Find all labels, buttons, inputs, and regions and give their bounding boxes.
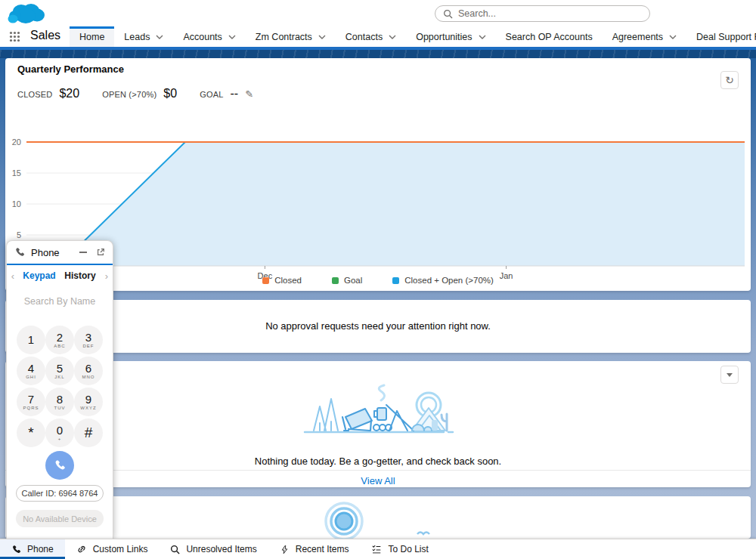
chart-legend: ClosedGoalClosed + Open (>70%)	[5, 276, 751, 285]
app-name: Sales	[30, 29, 60, 42]
legend-swatch	[262, 277, 269, 284]
tab-label: Deal Support Requests	[696, 32, 756, 42]
dock-item-recent-items[interactable]: Recent Items	[268, 539, 361, 559]
salesforce-logo-icon	[6, 2, 48, 26]
metric-closed: CLOSED $20	[17, 87, 79, 100]
tab-search-op-accounts[interactable]: Search OP Accounts	[496, 26, 603, 47]
dial-key-0[interactable]: 0+	[45, 418, 74, 447]
search-by-name-input[interactable]	[14, 296, 105, 307]
call-button[interactable]	[45, 451, 74, 480]
dock-item-unresolved-items[interactable]: Unresolved Items	[159, 539, 268, 559]
global-search-input[interactable]	[458, 8, 642, 19]
caller-id-value: Caller ID: 6964 8764	[22, 489, 98, 498]
tab-label: Zm Contracts	[256, 32, 312, 42]
tab-accounts[interactable]: Accounts	[173, 26, 245, 47]
chevron-down-icon	[727, 373, 733, 377]
radar-illustration	[308, 501, 437, 539]
edit-goal-icon[interactable]: ✎	[245, 88, 253, 100]
card-title: Quarterly Performance	[17, 63, 124, 75]
phone-panel-header: Phone	[7, 241, 113, 265]
dock-item-label: To Do List	[388, 544, 428, 554]
caller-id-select[interactable]: Caller ID: 6964 8764 ⌄	[16, 485, 104, 502]
legend-item: Goal	[332, 276, 362, 285]
tab-home[interactable]: Home	[70, 26, 114, 47]
divider	[5, 470, 751, 471]
tab-agreements[interactable]: Agreements	[603, 26, 686, 47]
tab-label: Contacts	[345, 32, 383, 42]
dock-item-phone[interactable]: Phone	[0, 539, 65, 559]
app-launcher-icon[interactable]	[9, 31, 20, 42]
top-bar	[0, 0, 756, 26]
dial-key-star[interactable]: *	[17, 418, 45, 447]
approvals-empty-message: No approval requests need your attention…	[5, 320, 751, 332]
dial-key-hash[interactable]: #	[74, 418, 103, 447]
popout-icon[interactable]	[96, 248, 105, 257]
svg-text:5: 5	[17, 230, 21, 239]
chevron-right-icon[interactable]: ›	[101, 270, 113, 282]
svg-text:20: 20	[12, 137, 21, 147]
device-select[interactable]: No Available Device ⌄	[16, 510, 104, 527]
link-icon	[76, 544, 87, 554]
tab-history[interactable]: History	[60, 270, 101, 281]
search-by-name-field[interactable]	[14, 294, 105, 307]
phone-panel-title: Phone	[31, 247, 79, 258]
device-status: No Available Device	[23, 514, 97, 523]
global-search[interactable]	[435, 5, 650, 22]
tab-label: Agreements	[612, 32, 663, 42]
closed-open-area	[59, 142, 745, 266]
camping-empty-state-illustration	[299, 378, 457, 442]
tab-contacts[interactable]: Contacts	[336, 26, 406, 47]
legend-label: Closed	[274, 276, 302, 285]
metric-open: OPEN (>70%) $0	[102, 87, 177, 100]
phone-panel-tabs: ‹ Keypad History ›	[7, 267, 113, 285]
chevron-left-icon[interactable]: ‹	[7, 270, 19, 282]
chevron-down-icon	[318, 35, 326, 39]
chevron-down-icon: ⌄	[89, 490, 95, 498]
dock-item-custom-links[interactable]: Custom Links	[65, 539, 160, 559]
legend-label: Goal	[344, 276, 362, 285]
performance-metrics: CLOSED $20 OPEN (>70%) $0 GOAL -- ✎	[17, 87, 253, 100]
nav-bar: Sales HomeLeadsAccountsZm ContractsConta…	[0, 26, 756, 47]
checklist-icon	[371, 544, 382, 554]
search-icon	[443, 9, 453, 19]
card-actions-button[interactable]	[720, 366, 739, 384]
chevron-down-icon	[156, 35, 163, 39]
dial-key-5[interactable]: 5JKL	[45, 357, 74, 385]
dial-key-3[interactable]: 3DEF	[74, 326, 103, 354]
view-all-link[interactable]: View All	[5, 475, 751, 486]
dial-key-9[interactable]: 9WXYZ	[74, 388, 103, 416]
dial-key-2[interactable]: 2ABC	[45, 326, 74, 354]
phone-icon	[11, 545, 21, 554]
metric-label: GOAL	[200, 90, 223, 99]
svg-text:10: 10	[12, 199, 21, 208]
tab-opportunities[interactable]: Opportunities	[406, 26, 495, 47]
dial-key-8[interactable]: 8TUV	[45, 388, 74, 416]
tab-leads[interactable]: Leads	[114, 26, 173, 47]
quarterly-performance-card: Quarterly Performance ↻ CLOSED $20 OPEN …	[5, 58, 751, 291]
legend-label: Closed + Open (>70%)	[404, 276, 494, 285]
tab-label: Search OP Accounts	[506, 32, 593, 42]
dock-item-to-do-list[interactable]: To Do List	[360, 539, 439, 559]
dock-item-label: Custom Links	[93, 544, 148, 554]
dial-key-7[interactable]: 7PQRS	[17, 388, 45, 416]
chevron-down-icon	[669, 35, 677, 39]
tab-label: Opportunities	[416, 32, 472, 42]
chevron-down-icon	[228, 35, 236, 39]
dial-key-1[interactable]: 1	[17, 326, 45, 354]
lightning-icon	[280, 545, 290, 554]
tab-label: Accounts	[183, 32, 222, 42]
nav-tabs: HomeLeadsAccountsZm ContractsContactsOpp…	[70, 26, 756, 47]
todo-card: Nothing due today. Be a go-getter, and c…	[5, 361, 751, 487]
refresh-button[interactable]: ↻	[720, 71, 739, 89]
chevron-down-icon: ⌄	[90, 514, 96, 523]
approvals-card: No approval requests need your attention…	[5, 300, 751, 353]
dial-key-6[interactable]: 6MNO	[74, 357, 103, 385]
dock-item-label: Recent Items	[296, 544, 349, 554]
minimize-icon[interactable]	[79, 252, 87, 253]
tab-keypad[interactable]: Keypad	[19, 270, 60, 281]
tab-zm-contracts[interactable]: Zm Contracts	[246, 26, 336, 47]
tab-deal-support-requests[interactable]: Deal Support Requests	[686, 26, 756, 47]
legend-swatch	[392, 277, 399, 284]
chevron-down-icon	[479, 35, 486, 39]
dial-key-4[interactable]: 4GHI	[17, 357, 45, 385]
